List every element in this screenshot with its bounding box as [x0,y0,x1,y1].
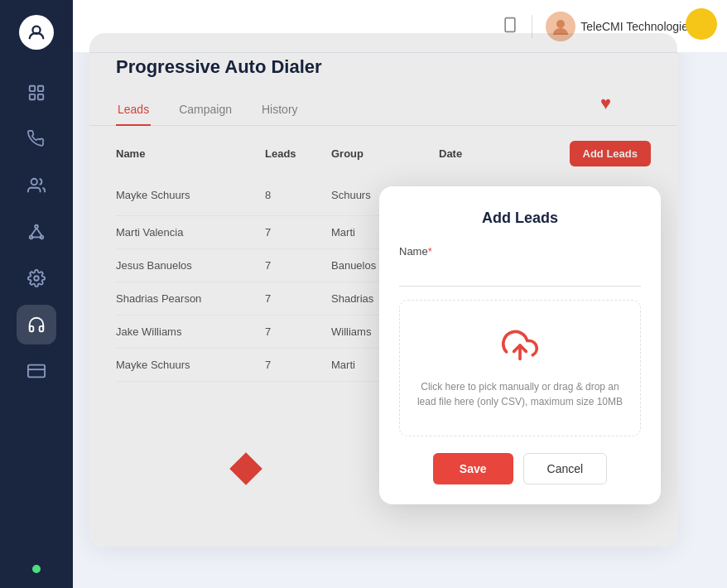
sidebar-nav [17,73,56,558]
page-card: Progressive Auto Dialer ♥ Leads Campaign… [89,33,677,547]
svg-rect-2 [38,86,43,91]
upload-description: Click here to pick manually or drag & dr… [416,379,623,409]
modal-title: Add Leads [399,210,641,227]
name-input[interactable] [399,263,641,287]
name-form-group: Name* [399,245,641,287]
sidebar-item-phone[interactable] [17,119,56,159]
svg-line-10 [36,228,41,235]
cancel-button[interactable]: Cancel [523,453,608,484]
sidebar [0,0,73,588]
sidebar-item-users[interactable] [17,166,56,205]
svg-rect-1 [30,86,35,91]
sidebar-item-network[interactable] [17,212,56,252]
name-label: Name* [399,245,641,258]
user-name: TeleCMI Technologies [580,20,694,33]
save-button[interactable]: Save [433,453,513,484]
svg-point-6 [35,225,38,229]
svg-rect-3 [30,94,35,99]
svg-point-12 [34,276,39,281]
sidebar-item-settings[interactable] [17,258,56,298]
status-dot [32,565,41,573]
sidebar-item-card[interactable] [17,351,56,391]
add-leads-modal: Add Leads Name* Click here to pick manua… [379,186,661,504]
file-upload-area[interactable]: Click here to pick manually or drag & dr… [399,300,641,436]
yellow-circle-decoration [686,8,717,40]
upload-icon [416,327,623,371]
modal-actions: Save Cancel [399,453,641,484]
required-asterisk: * [428,245,432,258]
svg-point-17 [556,20,565,28]
sidebar-bottom [32,558,41,573]
svg-point-5 [31,179,37,185]
svg-rect-15 [505,17,515,31]
sidebar-item-feed[interactable] [17,73,56,113]
main-content: TeleCMI Technologies ▾ Progressive Auto … [73,0,727,588]
sidebar-logo [19,15,54,50]
svg-line-9 [31,228,36,235]
svg-rect-4 [38,94,43,99]
svg-rect-13 [28,365,45,378]
sidebar-item-headset[interactable] [17,305,56,345]
